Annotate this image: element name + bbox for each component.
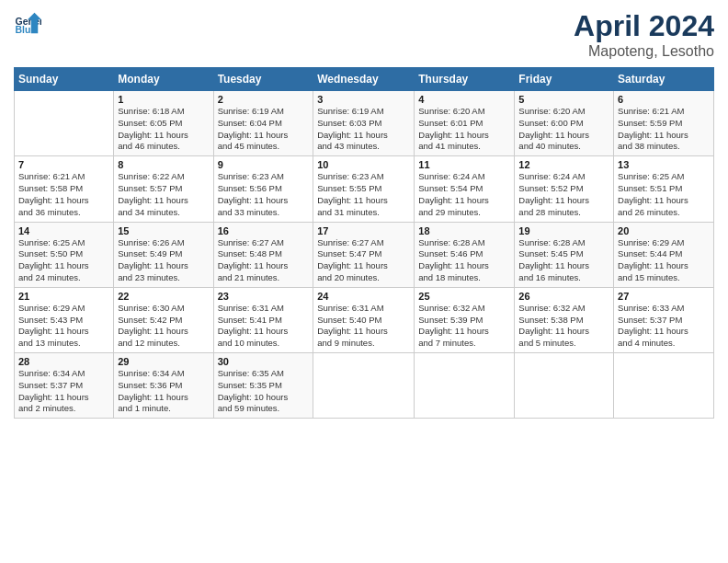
day-number: 29 [118,356,209,367]
day-info: Sunrise: 6:34 AM Sunset: 5:36 PM Dayligh… [118,368,209,415]
header-friday: Friday [515,68,614,91]
day-info: Sunrise: 6:20 AM Sunset: 6:01 PM Dayligh… [418,106,510,153]
header-saturday: Saturday [614,68,714,91]
day-number: 6 [618,94,710,105]
header-tuesday: Tuesday [213,68,313,91]
week-row-2: 7Sunrise: 6:21 AM Sunset: 5:58 PM Daylig… [15,156,714,222]
calendar-title: April 2024 [574,9,714,43]
day-number: 11 [418,159,510,170]
day-info: Sunrise: 6:19 AM Sunset: 6:03 PM Dayligh… [317,106,410,153]
cell-w2-d4: 11Sunrise: 6:24 AM Sunset: 5:54 PM Dayli… [415,156,515,222]
header: General Blue April 2024 Mapoteng, Lesoth… [14,9,714,60]
logo-icon: General Blue [14,9,41,37]
day-info: Sunrise: 6:24 AM Sunset: 5:52 PM Dayligh… [518,171,609,218]
day-info: Sunrise: 6:30 AM Sunset: 5:42 PM Dayligh… [118,303,209,350]
cell-w5-d5 [515,353,614,419]
day-info: Sunrise: 6:27 AM Sunset: 5:47 PM Dayligh… [317,237,410,284]
cell-w2-d2: 9Sunrise: 6:23 AM Sunset: 5:56 PM Daylig… [213,156,313,222]
day-number: 4 [418,94,510,105]
cell-w1-d4: 4Sunrise: 6:20 AM Sunset: 6:01 PM Daylig… [415,91,515,156]
day-number: 3 [317,94,410,105]
cell-w1-d3: 3Sunrise: 6:19 AM Sunset: 6:03 PM Daylig… [313,91,415,156]
day-info: Sunrise: 6:21 AM Sunset: 5:58 PM Dayligh… [18,171,109,218]
day-number: 10 [317,159,410,170]
day-info: Sunrise: 6:29 AM Sunset: 5:43 PM Dayligh… [18,303,109,350]
day-number: 30 [218,356,310,367]
cell-w1-d5: 5Sunrise: 6:20 AM Sunset: 6:00 PM Daylig… [515,91,614,156]
day-info: Sunrise: 6:32 AM Sunset: 5:38 PM Dayligh… [518,303,609,350]
day-number: 16 [218,225,310,236]
day-number: 7 [18,159,109,170]
header-monday: Monday [114,68,213,91]
day-number: 17 [317,225,410,236]
title-block: April 2024 Mapoteng, Lesotho [574,9,714,60]
day-number: 23 [218,291,310,302]
day-info: Sunrise: 6:24 AM Sunset: 5:54 PM Dayligh… [418,171,510,218]
day-info: Sunrise: 6:23 AM Sunset: 5:56 PM Dayligh… [218,171,310,218]
day-info: Sunrise: 6:22 AM Sunset: 5:57 PM Dayligh… [118,171,209,218]
week-row-3: 14Sunrise: 6:25 AM Sunset: 5:50 PM Dayli… [15,222,714,287]
day-number: 2 [218,94,310,105]
day-info: Sunrise: 6:23 AM Sunset: 5:55 PM Dayligh… [317,171,410,218]
day-number: 8 [118,159,209,170]
cell-w4-d5: 26Sunrise: 6:32 AM Sunset: 5:38 PM Dayli… [515,287,614,352]
cell-w1-d0 [15,91,114,156]
day-number: 1 [118,94,209,105]
day-number: 27 [618,291,710,302]
day-info: Sunrise: 6:32 AM Sunset: 5:39 PM Dayligh… [418,303,510,350]
cell-w3-d0: 14Sunrise: 6:25 AM Sunset: 5:50 PM Dayli… [15,222,114,287]
day-number: 18 [418,225,510,236]
day-number: 20 [618,225,710,236]
cell-w3-d6: 20Sunrise: 6:29 AM Sunset: 5:44 PM Dayli… [614,222,714,287]
cell-w1-d2: 2Sunrise: 6:19 AM Sunset: 6:04 PM Daylig… [213,91,313,156]
cell-w4-d2: 23Sunrise: 6:31 AM Sunset: 5:41 PM Dayli… [213,287,313,352]
day-info: Sunrise: 6:27 AM Sunset: 5:48 PM Dayligh… [218,237,310,284]
day-number: 25 [418,291,510,302]
day-number: 12 [518,159,609,170]
logo: General Blue [14,9,41,37]
cell-w2-d5: 12Sunrise: 6:24 AM Sunset: 5:52 PM Dayli… [515,156,614,222]
cell-w4-d4: 25Sunrise: 6:32 AM Sunset: 5:39 PM Dayli… [415,287,515,352]
cell-w3-d5: 19Sunrise: 6:28 AM Sunset: 5:45 PM Dayli… [515,222,614,287]
day-info: Sunrise: 6:29 AM Sunset: 5:44 PM Dayligh… [618,237,710,284]
day-number: 28 [18,356,109,367]
cell-w5-d4 [415,353,515,419]
day-info: Sunrise: 6:21 AM Sunset: 5:59 PM Dayligh… [618,106,710,153]
cell-w3-d4: 18Sunrise: 6:28 AM Sunset: 5:46 PM Dayli… [415,222,515,287]
week-row-5: 28Sunrise: 6:34 AM Sunset: 5:37 PM Dayli… [15,353,714,419]
day-info: Sunrise: 6:18 AM Sunset: 6:05 PM Dayligh… [118,106,209,153]
day-number: 22 [118,291,209,302]
cell-w4-d0: 21Sunrise: 6:29 AM Sunset: 5:43 PM Dayli… [15,287,114,352]
day-info: Sunrise: 6:19 AM Sunset: 6:04 PM Dayligh… [218,106,310,153]
day-number: 24 [317,291,410,302]
header-sunday: Sunday [15,68,114,91]
calendar-table: Sunday Monday Tuesday Wednesday Thursday… [14,67,714,419]
day-info: Sunrise: 6:34 AM Sunset: 5:37 PM Dayligh… [18,368,109,415]
week-row-1: 1Sunrise: 6:18 AM Sunset: 6:05 PM Daylig… [15,91,714,156]
cell-w5-d6 [614,353,714,419]
day-number: 21 [18,291,109,302]
cell-w2-d0: 7Sunrise: 6:21 AM Sunset: 5:58 PM Daylig… [15,156,114,222]
week-row-4: 21Sunrise: 6:29 AM Sunset: 5:43 PM Dayli… [15,287,714,352]
cell-w5-d3 [313,353,415,419]
calendar-subtitle: Mapoteng, Lesotho [574,43,714,60]
day-info: Sunrise: 6:25 AM Sunset: 5:51 PM Dayligh… [618,171,710,218]
day-info: Sunrise: 6:28 AM Sunset: 5:46 PM Dayligh… [418,237,510,284]
day-info: Sunrise: 6:28 AM Sunset: 5:45 PM Dayligh… [518,237,609,284]
day-info: Sunrise: 6:25 AM Sunset: 5:50 PM Dayligh… [18,237,109,284]
day-number: 26 [518,291,609,302]
day-number: 19 [518,225,609,236]
cell-w2-d3: 10Sunrise: 6:23 AM Sunset: 5:55 PM Dayli… [313,156,415,222]
cell-w2-d6: 13Sunrise: 6:25 AM Sunset: 5:51 PM Dayli… [614,156,714,222]
header-thursday: Thursday [415,68,515,91]
cell-w2-d1: 8Sunrise: 6:22 AM Sunset: 5:57 PM Daylig… [114,156,213,222]
day-number: 15 [118,225,209,236]
cell-w5-d1: 29Sunrise: 6:34 AM Sunset: 5:36 PM Dayli… [114,353,213,419]
day-info: Sunrise: 6:33 AM Sunset: 5:37 PM Dayligh… [618,303,710,350]
weekday-header-row: Sunday Monday Tuesday Wednesday Thursday… [15,68,714,91]
cell-w3-d3: 17Sunrise: 6:27 AM Sunset: 5:47 PM Dayli… [313,222,415,287]
cell-w1-d1: 1Sunrise: 6:18 AM Sunset: 6:05 PM Daylig… [114,91,213,156]
cell-w4-d6: 27Sunrise: 6:33 AM Sunset: 5:37 PM Dayli… [614,287,714,352]
cell-w4-d1: 22Sunrise: 6:30 AM Sunset: 5:42 PM Dayli… [114,287,213,352]
day-info: Sunrise: 6:26 AM Sunset: 5:49 PM Dayligh… [118,237,209,284]
